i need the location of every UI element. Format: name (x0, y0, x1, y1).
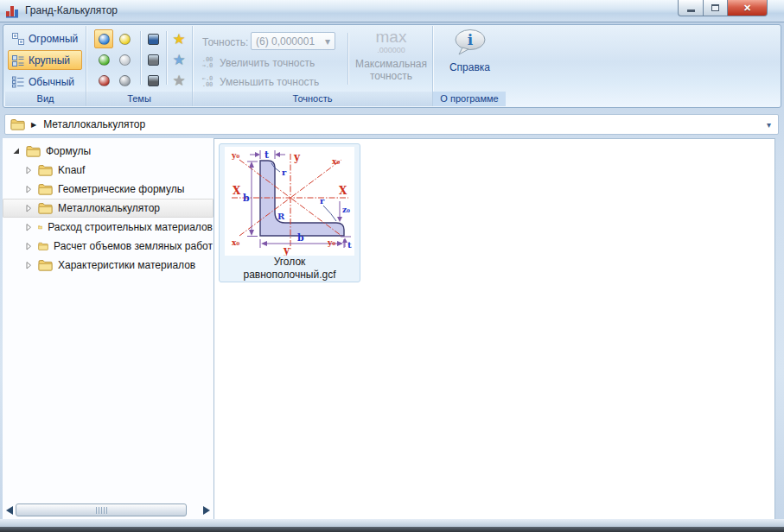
folder-tree-panel: Формулы Knauf Геометрические формулы Мет… (3, 138, 214, 519)
maximize-icon (711, 4, 719, 11)
silver-circle-icon (119, 54, 131, 66)
precision-field-label: Точность: (202, 36, 248, 48)
tree-item-label: Металлокалькулятор (58, 202, 160, 214)
svg-text:t: t (347, 240, 352, 250)
theme-red-circle-button[interactable] (94, 71, 113, 90)
view-normal-button[interactable]: Обычный (8, 72, 82, 92)
theme-blue-star-button[interactable]: ★ (169, 50, 188, 69)
scroll-right-icon[interactable] (203, 506, 210, 515)
svg-text:R: R (277, 212, 285, 221)
theme-blue-circle-button[interactable] (94, 29, 113, 48)
help-button[interactable]: i Справка (441, 28, 499, 91)
scrollbar-grip-icon (96, 507, 107, 514)
horizontal-scrollbar[interactable] (6, 504, 210, 516)
expand-icon[interactable] (24, 261, 33, 269)
breadcrumb: Металлокалькулятор (43, 118, 767, 130)
folder-icon (38, 164, 53, 176)
max-precision-button[interactable]: max .000000 Максимальная точность (353, 28, 430, 92)
themes-separator-2 (166, 31, 167, 85)
tree-item-rashod-stroitelnyh-materialov[interactable]: Расход строительных материалов (3, 218, 214, 237)
gray-square-icon (148, 54, 159, 66)
decrease-precision-button[interactable]: ←.0 .00 Уменьшить точность (199, 73, 346, 91)
svg-text:b: b (243, 193, 250, 204)
svg-text:x₀: x₀ (332, 157, 340, 166)
expand-icon[interactable] (24, 166, 33, 174)
expand-icon[interactable] (24, 242, 33, 250)
ribbon: Огромный Крупный (3, 24, 781, 108)
folder-icon (10, 118, 25, 130)
svg-text:r: r (320, 196, 325, 206)
view-large-button[interactable]: Крупный (8, 50, 82, 70)
view-huge-label: Огромный (29, 33, 78, 45)
app-icon (5, 4, 19, 18)
svg-text:X: X (233, 185, 241, 197)
folder-icon (26, 145, 41, 157)
themes-separator-1 (140, 31, 141, 85)
theme-gray-square-button[interactable] (143, 50, 163, 69)
normal-view-icon (11, 75, 25, 89)
scrollbar-thumb[interactable] (16, 504, 187, 516)
theme-gray-star-button[interactable]: ★ (169, 71, 188, 90)
increase-precision-button[interactable]: .00 →.0 Увеличить точность (199, 54, 346, 72)
theme-gray-circle-button[interactable] (115, 71, 134, 90)
svg-text:y: y (293, 151, 301, 163)
tree-item-label: Характеристики материалов (58, 259, 195, 271)
scroll-left-icon[interactable] (6, 506, 13, 515)
tree-item-geometricheskie-formuly[interactable]: Геометрические формулы (3, 180, 214, 199)
expand-icon[interactable] (24, 185, 33, 193)
tree-item-knauf[interactable]: Knauf (3, 161, 214, 180)
precision-combobox[interactable]: (6) 0,000001 ▾ (251, 32, 335, 50)
theme-green-circle-button[interactable] (94, 50, 113, 69)
svg-text:y: y (283, 244, 290, 256)
svg-text:x₀: x₀ (232, 238, 239, 247)
breadcrumb-arrow-icon[interactable]: ▶ (31, 121, 36, 129)
window-title: Гранд-Калькулятор (25, 4, 118, 16)
address-bar[interactable]: ▶ Металлокалькулятор ▾ (4, 114, 779, 135)
collapse-icon[interactable] (12, 147, 21, 155)
huge-view-icon (11, 32, 25, 46)
folder-icon (38, 202, 53, 214)
svg-text:y₀: y₀ (327, 238, 335, 247)
theme-silver-circle-button[interactable] (115, 50, 134, 69)
expand-icon[interactable] (24, 204, 33, 212)
minimize-button[interactable] (678, 0, 704, 16)
tree-item-label: Knauf (58, 164, 85, 176)
tree-item-raschet-obemov-zemlyanyh-rabot[interactable]: Расчет объемов земляных работ (3, 237, 214, 256)
tree-item-label: Формулы (46, 145, 91, 157)
minimize-icon (687, 10, 695, 12)
theme-blue-square-button[interactable] (143, 29, 163, 48)
gold-star-icon: ★ (172, 32, 185, 47)
blue-square-icon (148, 34, 159, 45)
precision-group-caption: Точность (193, 92, 432, 106)
svg-text:z₀: z₀ (342, 206, 350, 214)
file-item-ugolok-ravnopolochnyi[interactable]: X X y y y₀ x₀ x₀ y₀ t b b (219, 143, 360, 282)
tree-item-harakteristiki-materialov[interactable]: Характеристики материалов (3, 256, 214, 275)
ribbon-group-precision: Точность: (6) 0,000001 ▾ .00 →.0 Увеличи… (192, 26, 432, 106)
folder-icon (38, 183, 53, 195)
info-bubble-icon: i (453, 28, 488, 56)
address-dropdown-icon[interactable]: ▾ (767, 120, 771, 130)
maximize-button[interactable] (704, 0, 728, 16)
ribbon-group-view: Огромный Крупный (5, 26, 86, 106)
angle-section-diagram: X X y y y₀ x₀ x₀ y₀ t b b (225, 147, 354, 256)
red-circle-icon (99, 75, 110, 86)
scrollbar-track[interactable] (16, 504, 201, 516)
close-icon: ✕ (743, 3, 751, 14)
file-name-line1: Уголок (220, 256, 360, 269)
ribbon-group-themes: ★ ★ ★ Темы (86, 26, 192, 106)
file-thumbnail: X X y y y₀ x₀ x₀ y₀ t b b (225, 147, 354, 256)
tree-item-metallokalkulyator[interactable]: Металлокалькулятор (3, 199, 214, 218)
view-huge-button[interactable]: Огромный (8, 28, 82, 48)
tree-item-label: Геометрические формулы (58, 183, 184, 195)
tree-item-formuly[interactable]: Формулы (3, 142, 214, 161)
expand-icon[interactable] (24, 223, 33, 231)
title-bar: Гранд-Калькулятор ✕ (0, 0, 784, 22)
theme-yellow-circle-button[interactable] (115, 29, 134, 48)
dark-square-icon (148, 75, 159, 86)
theme-gold-star-button[interactable]: ★ (169, 29, 188, 48)
close-button[interactable]: ✕ (728, 0, 768, 16)
theme-dark-square-button[interactable] (143, 71, 163, 90)
svg-text:i: i (467, 31, 473, 48)
green-circle-icon (99, 54, 110, 66)
svg-text:y₀: y₀ (231, 151, 239, 160)
